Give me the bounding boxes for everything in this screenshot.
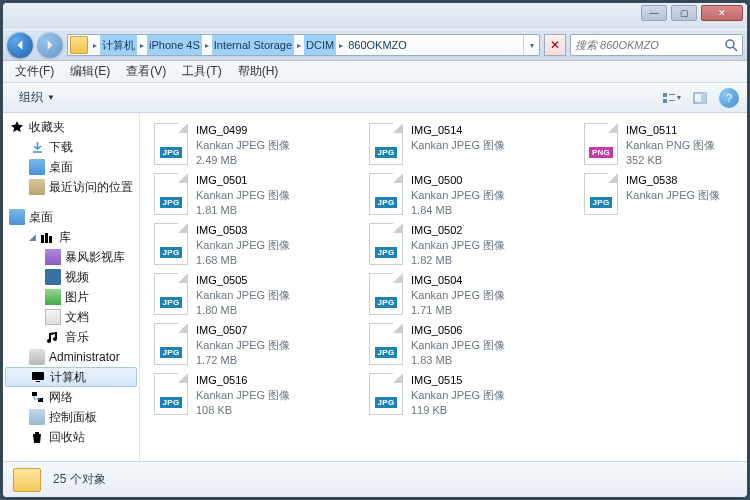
document-icon — [45, 309, 61, 325]
file-jpg-icon: JPG — [154, 223, 188, 265]
tree-recycle-bin[interactable]: 回收站 — [3, 427, 139, 447]
file-item[interactable]: JPGIMG_0503Kankan JPEG 图像1.68 MB — [152, 221, 367, 271]
file-info: IMG_0515Kankan JPEG 图像119 KB — [411, 373, 505, 418]
back-button[interactable] — [7, 32, 33, 58]
tree-network[interactable]: 网络 — [3, 387, 139, 407]
preview-pane-button[interactable] — [687, 87, 713, 109]
tree-downloads[interactable]: 下载 — [3, 137, 139, 157]
user-icon — [29, 349, 45, 365]
file-name: IMG_0514 — [411, 123, 505, 138]
search-box[interactable] — [570, 34, 743, 56]
file-jpg-icon: JPG — [369, 223, 403, 265]
file-item[interactable]: JPGIMG_0538Kankan JPEG 图像 — [582, 171, 747, 221]
recycle-bin-icon — [29, 429, 45, 445]
file-item[interactable]: JPGIMG_0506Kankan JPEG 图像1.83 MB — [367, 321, 582, 371]
search-input[interactable] — [575, 39, 724, 51]
stop-button[interactable]: ✕ — [544, 34, 566, 56]
svg-point-0 — [726, 40, 734, 48]
close-button[interactable]: ✕ — [701, 5, 743, 21]
file-size: 352 KB — [626, 153, 715, 168]
crumb-dcim[interactable]: DCIM — [304, 35, 336, 55]
menu-file[interactable]: 文件(F) — [9, 61, 60, 82]
crumb-computer[interactable]: 计算机 — [100, 35, 137, 55]
crumb-storage[interactable]: Internal Storage — [212, 35, 294, 55]
chevron-icon[interactable]: ▸ — [137, 35, 147, 55]
svg-rect-13 — [32, 392, 37, 396]
tree-admin[interactable]: Administrator — [3, 347, 139, 367]
file-size: 119 KB — [411, 403, 505, 418]
svg-rect-3 — [663, 99, 667, 103]
file-item[interactable]: JPGIMG_0515Kankan JPEG 图像119 KB — [367, 371, 582, 421]
file-item[interactable]: JPGIMG_0507Kankan JPEG 图像1.72 MB — [152, 321, 367, 371]
menu-edit[interactable]: 编辑(E) — [64, 61, 116, 82]
minimize-button[interactable]: — — [641, 5, 667, 21]
tree-pictures[interactable]: 图片 — [3, 287, 139, 307]
tree-music[interactable]: 音乐 — [3, 327, 139, 347]
search-icon[interactable] — [724, 38, 738, 52]
file-jpg-icon: JPG — [369, 273, 403, 315]
file-list[interactable]: JPGIMG_0499Kankan JPEG 图像2.49 MBJPGIMG_0… — [140, 113, 747, 461]
file-type: Kankan JPEG 图像 — [411, 288, 505, 303]
chevron-icon[interactable]: ▸ — [90, 35, 100, 55]
tree-videos[interactable]: 视频 — [3, 267, 139, 287]
file-item[interactable]: JPGIMG_0500Kankan JPEG 图像1.84 MB — [367, 171, 582, 221]
maximize-button[interactable]: ▢ — [671, 5, 697, 21]
svg-rect-12 — [36, 381, 40, 382]
chevron-icon[interactable]: ▸ — [202, 35, 212, 55]
menu-bar: 文件(F) 编辑(E) 查看(V) 工具(T) 帮助(H) — [3, 61, 747, 83]
tree-control-panel[interactable]: 控制面板 — [3, 407, 139, 427]
file-info: IMG_0504Kankan JPEG 图像1.71 MB — [411, 273, 505, 318]
tree-computer[interactable]: 计算机 — [5, 367, 137, 387]
crumb-device[interactable]: iPhone 4S — [147, 35, 202, 55]
file-name: IMG_0505 — [196, 273, 290, 288]
menu-tools[interactable]: 工具(T) — [176, 61, 227, 82]
file-type: Kankan JPEG 图像 — [411, 138, 505, 153]
file-item[interactable]: JPGIMG_0501Kankan JPEG 图像1.81 MB — [152, 171, 367, 221]
file-size: 1.81 MB — [196, 203, 290, 218]
chevron-icon[interactable]: ▸ — [294, 35, 304, 55]
help-button[interactable]: ? — [719, 88, 739, 108]
menu-view[interactable]: 查看(V) — [120, 61, 172, 82]
crumb-folder[interactable]: 860OKMZO — [346, 35, 409, 55]
view-options-button[interactable]: ▼ — [659, 87, 685, 109]
chevron-icon[interactable]: ▸ — [336, 35, 346, 55]
file-item[interactable]: JPGIMG_0516Kankan JPEG 图像108 KB — [152, 371, 367, 421]
file-item[interactable]: JPGIMG_0505Kankan JPEG 图像1.80 MB — [152, 271, 367, 321]
file-jpg-icon: JPG — [154, 323, 188, 365]
file-item[interactable]: PNGIMG_0511Kankan PNG 图像352 KB — [582, 121, 747, 171]
file-item[interactable]: JPGIMG_0499Kankan JPEG 图像2.49 MB — [152, 121, 367, 171]
organize-button[interactable]: 组织 ▼ — [11, 87, 63, 108]
file-size: 2.49 MB — [196, 153, 290, 168]
media-icon — [45, 249, 61, 265]
tree-recent[interactable]: 最近访问的位置 — [3, 177, 139, 197]
collapse-icon[interactable]: ◢ — [29, 232, 39, 242]
address-bar[interactable]: ▸ 计算机 ▸ iPhone 4S ▸ Internal Storage ▸ D… — [67, 34, 540, 56]
address-dropdown[interactable]: ▾ — [523, 35, 539, 55]
file-name: IMG_0515 — [411, 373, 505, 388]
tree-desktop[interactable]: 桌面 — [3, 207, 139, 227]
tree-favorites[interactable]: 收藏夹 — [3, 117, 139, 137]
file-name: IMG_0499 — [196, 123, 290, 138]
menu-help[interactable]: 帮助(H) — [232, 61, 285, 82]
navigation-pane[interactable]: 收藏夹 下载 桌面 最近访问的位置 桌面 ◢库 暴风影视库 视频 图片 文档 音… — [3, 113, 140, 461]
library-icon — [39, 229, 55, 245]
file-jpg-icon: JPG — [369, 373, 403, 415]
command-bar: 组织 ▼ ▼ ? — [3, 83, 747, 113]
titlebar[interactable]: — ▢ ✕ — [3, 3, 747, 29]
tree-libraries[interactable]: ◢库 — [3, 227, 139, 247]
file-jpg-icon: JPG — [154, 273, 188, 315]
file-item[interactable]: JPGIMG_0514Kankan JPEG 图像 — [367, 121, 582, 171]
svg-rect-2 — [663, 93, 667, 97]
file-name: IMG_0500 — [411, 173, 505, 188]
file-size: 1.80 MB — [196, 303, 290, 318]
file-item[interactable]: JPGIMG_0502Kankan JPEG 图像1.82 MB — [367, 221, 582, 271]
file-info: IMG_0506Kankan JPEG 图像1.83 MB — [411, 323, 505, 368]
tree-documents[interactable]: 文档 — [3, 307, 139, 327]
tree-desktop-fav[interactable]: 桌面 — [3, 157, 139, 177]
file-item[interactable]: JPGIMG_0504Kankan JPEG 图像1.71 MB — [367, 271, 582, 321]
tree-baofeng[interactable]: 暴风影视库 — [3, 247, 139, 267]
svg-rect-5 — [669, 100, 675, 101]
network-icon — [29, 389, 45, 405]
forward-button[interactable] — [37, 32, 63, 58]
file-name: IMG_0516 — [196, 373, 290, 388]
